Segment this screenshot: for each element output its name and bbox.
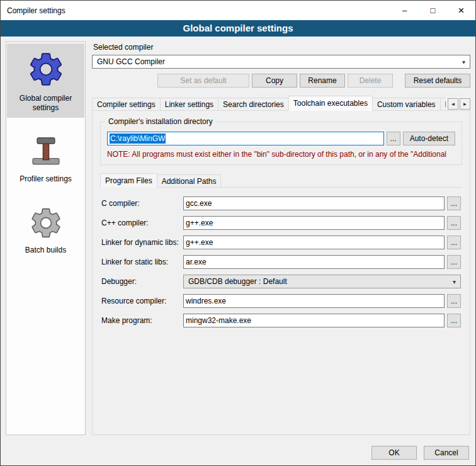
profiler-tool-icon bbox=[28, 134, 64, 169]
cancel-button[interactable]: Cancel bbox=[424, 446, 469, 460]
tab-compiler-settings[interactable]: Compiler settings bbox=[92, 98, 161, 111]
main-settings-area: Selected compiler GNU GCC Compiler ▾ Set… bbox=[92, 42, 470, 435]
compiler-select-value: GNU GCC Compiler bbox=[97, 57, 165, 66]
static-linker-value: ar.exe bbox=[186, 258, 207, 266]
cpp-compiler-label: C++ compiler: bbox=[101, 219, 183, 227]
sidebar-item-label: Global compiler settings bbox=[9, 94, 82, 113]
sidebar-item-global-compiler-settings[interactable]: Global compiler settings bbox=[7, 43, 84, 118]
auto-detect-button[interactable]: Auto-detect bbox=[403, 132, 455, 145]
installation-directory-row: C:\raylib\MinGW ... Auto-detect bbox=[107, 132, 455, 145]
static-linker-input[interactable]: ar.exe bbox=[183, 255, 445, 269]
titlebar[interactable]: Compiler settings – □ × bbox=[1, 1, 475, 20]
compiler-actions: Set as default Copy Rename Delete Reset … bbox=[92, 74, 470, 88]
settings-tabstrip: Compiler settings Linker settings Search… bbox=[92, 96, 470, 111]
debugger-select[interactable]: GDB/CDB debugger : Default ▾ bbox=[183, 275, 461, 288]
make-program-input[interactable]: mingw32-make.exe bbox=[183, 314, 445, 327]
sidebar-item-profiler-settings[interactable]: Profiler settings bbox=[7, 128, 84, 189]
cpp-compiler-browse-button[interactable]: ... bbox=[447, 216, 461, 230]
minimize-button[interactable]: – bbox=[390, 1, 419, 20]
tab-toolchain-executables[interactable]: Toolchain executables bbox=[288, 96, 373, 111]
cpp-compiler-row: C++ compiler: g++.exe ... bbox=[101, 216, 461, 230]
make-program-row: Make program: mingw32-make.exe ... bbox=[101, 314, 461, 327]
tab-build-options[interactable]: Buil bbox=[440, 98, 446, 111]
installation-directory-input[interactable]: C:\raylib\MinGW bbox=[107, 132, 384, 145]
c-compiler-value: gcc.exe bbox=[186, 199, 212, 208]
tab-search-directories[interactable]: Search directories bbox=[218, 98, 289, 111]
sidebar-item-batch-builds[interactable]: Batch builds bbox=[7, 199, 84, 260]
tabs-scroll-area: Compiler settings Linker settings Search… bbox=[92, 96, 446, 111]
make-program-label: Make program: bbox=[101, 316, 183, 325]
c-compiler-input[interactable]: gcc.exe bbox=[183, 196, 445, 210]
tab-custom-variables[interactable]: Custom variables bbox=[372, 98, 441, 111]
make-program-value: mingw32-make.exe bbox=[186, 316, 251, 325]
dynamic-linker-browse-button[interactable]: ... bbox=[447, 236, 461, 249]
ok-button[interactable]: OK bbox=[371, 446, 417, 460]
bin-directory-note: NOTE: All programs must exist either in … bbox=[107, 150, 455, 159]
tab-program-files[interactable]: Program Files bbox=[100, 173, 157, 188]
dialog-footer: OK Cancel bbox=[1, 440, 475, 465]
arrow-right-icon: ► bbox=[463, 101, 468, 107]
resource-compiler-label: Resource compiler: bbox=[101, 297, 183, 305]
debugger-label: Debugger: bbox=[101, 277, 183, 286]
copy-button[interactable]: Copy bbox=[252, 74, 297, 88]
make-program-browse-button[interactable]: ... bbox=[447, 314, 461, 327]
set-as-default-button: Set as default bbox=[157, 74, 249, 88]
browse-directory-button[interactable]: ... bbox=[387, 132, 400, 145]
dynamic-linker-label: Linker for dynamic libs: bbox=[101, 238, 183, 247]
rename-button[interactable]: Rename bbox=[300, 74, 345, 88]
minimize-icon: – bbox=[402, 6, 407, 15]
tab-scroll-right-button[interactable]: ► bbox=[460, 98, 470, 110]
program-files-tabstrip: Program Files Additional Paths bbox=[100, 173, 462, 188]
window-controls: – □ × bbox=[390, 1, 475, 20]
dynamic-linker-value: g++.exe bbox=[186, 238, 213, 247]
installation-directory-label: Compiler's installation directory bbox=[106, 117, 215, 126]
sidebar-item-label: Batch builds bbox=[25, 246, 66, 255]
gray-gear-icon bbox=[28, 205, 64, 241]
chevron-down-icon: ▾ bbox=[462, 59, 465, 65]
sidebar-item-label: Profiler settings bbox=[20, 174, 72, 184]
resource-compiler-value: windres.exe bbox=[186, 297, 226, 305]
close-icon: × bbox=[458, 4, 465, 17]
maximize-button[interactable]: □ bbox=[419, 1, 447, 20]
blue-gear-icon bbox=[26, 50, 65, 89]
chevron-down-icon: ▾ bbox=[453, 278, 456, 285]
window-title: Compiler settings bbox=[1, 1, 390, 20]
maximize-icon: □ bbox=[431, 6, 436, 15]
installation-directory-group: Compiler's installation directory C:\ray… bbox=[100, 122, 462, 165]
cpp-compiler-value: g++.exe bbox=[186, 219, 213, 227]
cpp-compiler-input[interactable]: g++.exe bbox=[183, 216, 445, 230]
tab-additional-paths[interactable]: Additional Paths bbox=[157, 174, 222, 188]
resource-compiler-browse-button[interactable]: ... bbox=[447, 294, 461, 308]
tab-scroll-left-button[interactable]: ◄ bbox=[448, 98, 458, 110]
program-files-form: C compiler: gcc.exe ... C++ compiler: g+… bbox=[100, 188, 462, 333]
delete-button: Delete bbox=[348, 74, 393, 88]
debugger-select-value: GDB/CDB debugger : Default bbox=[188, 277, 287, 286]
c-compiler-row: C compiler: gcc.exe ... bbox=[101, 196, 461, 210]
category-sidebar: Global compiler settings Profiler settin… bbox=[6, 42, 86, 435]
compiler-settings-window: Compiler settings – □ × Global compiler … bbox=[0, 0, 476, 466]
compiler-select[interactable]: GNU GCC Compiler ▾ bbox=[92, 55, 470, 69]
tab-scroll-buttons: ◄ ► bbox=[446, 98, 470, 111]
close-button[interactable]: × bbox=[447, 1, 475, 20]
static-linker-row: Linker for static libs: ar.exe ... bbox=[101, 255, 461, 269]
c-compiler-label: C compiler: bbox=[101, 199, 183, 208]
static-linker-browse-button[interactable]: ... bbox=[447, 255, 461, 269]
toolchain-executables-panel: Compiler's installation directory C:\ray… bbox=[92, 110, 470, 435]
tab-linker-settings[interactable]: Linker settings bbox=[160, 98, 218, 111]
resource-compiler-row: Resource compiler: windres.exe ... bbox=[101, 294, 461, 308]
dynamic-linker-input[interactable]: g++.exe bbox=[183, 236, 445, 249]
static-linker-label: Linker for static libs: bbox=[101, 258, 183, 266]
resource-compiler-input[interactable]: windres.exe bbox=[183, 294, 445, 308]
c-compiler-browse-button[interactable]: ... bbox=[447, 196, 461, 210]
dialog-header: Global compiler settings bbox=[1, 20, 475, 37]
debugger-row: Debugger: GDB/CDB debugger : Default ▾ bbox=[101, 275, 461, 288]
installation-directory-value: C:\raylib\MinGW bbox=[110, 134, 166, 144]
reset-defaults-button[interactable]: Reset defaults bbox=[405, 74, 470, 88]
dynamic-linker-row: Linker for dynamic libs: g++.exe ... bbox=[101, 236, 461, 249]
arrow-left-icon: ◄ bbox=[451, 101, 456, 107]
dialog-body: Global compiler settings Profiler settin… bbox=[1, 37, 475, 440]
selected-compiler-label: Selected compiler bbox=[93, 43, 470, 52]
